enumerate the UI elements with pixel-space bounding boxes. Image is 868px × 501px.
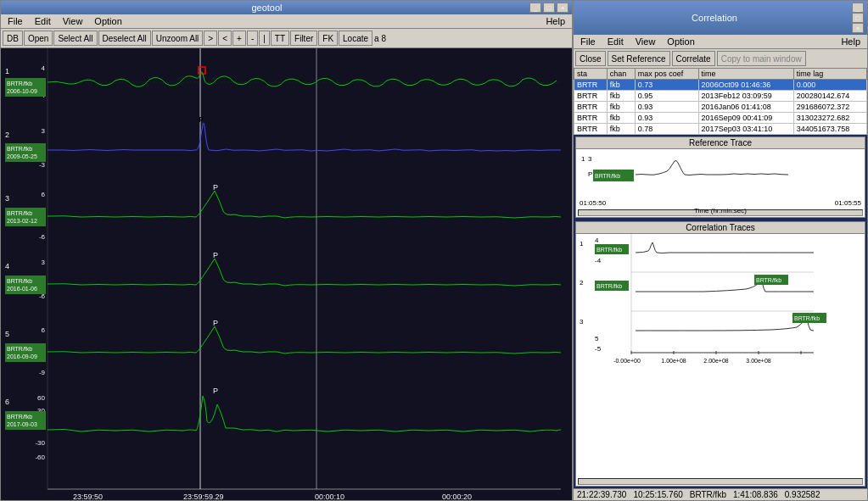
table-row[interactable]: BRTR fkb 0.93 2016Jan06 01:41:08 2916860… [574,102,867,113]
cell-coef: 0.95 [635,91,698,102]
select-all-button[interactable]: Select All [53,31,97,46]
svg-text:BRTR/fkb: BRTR/fkb [596,247,622,253]
svg-text:-60: -60 [35,454,45,461]
svg-text:2.00e+08: 2.00e+08 [703,358,728,364]
copy-to-main-button[interactable]: Copy to main window [717,51,806,66]
svg-text:2016-09-09: 2016-09-09 [7,353,37,359]
svg-text:BRTR/fkb: BRTR/fkb [7,414,32,420]
svg-text:BRTR/fkb: BRTR/fkb [7,210,32,216]
svg-text:BRTR/fkb: BRTR/fkb [7,278,32,284]
corr-menu-file[interactable]: File [575,36,601,47]
correlation-window: Correlation _ □ × File Edit View Option … [573,0,868,501]
db-button[interactable]: DB [3,31,23,46]
menu-option[interactable]: Option [89,15,126,27]
corr-menu-view[interactable]: View [630,36,661,47]
cell-lag: 291686072.372 [793,102,866,113]
svg-text:BRTR/fkb: BRTR/fkb [596,283,622,289]
menu-view[interactable]: View [58,15,88,27]
unzoom-all-button[interactable]: Unzoom All [152,31,204,46]
table-row[interactable]: BRTR fkb 0.93 2016Sep09 00:41:09 3130232… [574,113,867,124]
geotool-toolbar: DB Open Select All Deselect All Unzoom A… [1,29,572,48]
cell-sta: BRTR [574,102,608,113]
corr-minimize-button[interactable]: _ [852,3,864,13]
cell-sta: BRTR [574,80,608,91]
svg-text:3: 3 [42,259,46,266]
maximize-button[interactable]: □ [543,3,555,13]
cell-chan: fkb [607,124,635,135]
cell-lag: 0.000 [793,80,866,91]
geotool-titlebar: geotool _ □ × [1,1,572,14]
svg-text:2017-09-03: 2017-09-03 [7,421,37,427]
status-station: BRTR/fkb [690,490,726,499]
corr-close-button[interactable]: × [852,23,864,33]
svg-text:23:59:59.29: 23:59:59.29 [183,493,224,500]
svg-text:3: 3 [42,127,46,135]
svg-text:6: 6 [5,398,9,406]
svg-text:1.00e+08: 1.00e+08 [661,358,686,364]
svg-text:-30: -30 [35,439,45,447]
correlate-button[interactable]: Correlate [672,51,715,66]
svg-text:-4: -4 [595,257,602,264]
corr-menu-option[interactable]: Option [662,36,699,47]
corr-menu-help[interactable]: Help [836,36,865,47]
svg-text:1: 1 [580,240,584,248]
cell-chan: fkb [607,91,635,102]
menu-edit[interactable]: Edit [30,15,56,27]
col-chan: chan [607,69,635,80]
separator-button[interactable]: | [259,31,270,46]
col-coef: max pos coef [635,69,698,80]
cell-lag: 200280142.674 [793,91,866,102]
zoom-in-button[interactable]: + [232,31,246,46]
correlation-traces-panel: Correlation Traces 1 4 BRTR/fkb -4 2 [575,221,865,487]
open-button[interactable]: Open [24,31,53,46]
cell-sta: BRTR [574,124,608,135]
menu-file[interactable]: File [3,15,28,27]
svg-text:BRTR/fkb: BRTR/fkb [595,173,620,179]
locate-button[interactable]: Locate [339,31,372,46]
svg-text:1: 1 [581,155,585,163]
svg-text:3: 3 [580,318,584,326]
status-time1: 21:22:39.730 [577,490,626,499]
menu-help[interactable]: Help [540,15,570,27]
close-button[interactable]: Close [575,51,606,66]
svg-text:00:00:20: 00:00:20 [442,493,472,500]
svg-text:P: P [588,170,592,178]
table-row[interactable]: BRTR fkb 0.95 2013Feb12 03:09:59 2002801… [574,91,867,102]
minimize-button[interactable]: _ [529,3,541,13]
filter-button[interactable]: Filter [290,31,317,46]
cell-chan: fkb [607,102,635,113]
corr-maximize-button[interactable]: □ [852,13,864,23]
svg-text:3: 3 [5,194,9,203]
svg-text:4: 4 [595,237,599,244]
svg-text:-3: -3 [39,161,46,169]
cell-sta: BRTR [574,91,608,102]
svg-text:BRTR/fkb: BRTR/fkb [7,346,32,352]
set-reference-button[interactable]: Set Reference [608,51,670,66]
tt-button[interactable]: TT [271,31,289,46]
svg-text:2013-02-12: 2013-02-12 [7,218,37,224]
ref-time-start: 01:05:50 [580,199,606,207]
svg-text:5: 5 [595,335,599,342]
corr-traces-svg: 1 4 BRTR/fkb -4 2 BRTR/fkb BRTR/fkb [576,234,865,477]
annotation-label: a 8 [373,34,387,43]
ref-trace-svg: 3 P BRTR/fkb 1 [578,151,863,198]
ref-trace-inner: 3 P BRTR/fkb 1 01:05:50 01:05:55 Time (h… [576,149,865,209]
svg-text:3: 3 [588,155,592,163]
col-sta: sta [574,69,608,80]
corr-scrollbar[interactable] [578,478,863,485]
table-row[interactable]: BRTR fkb 0.73 2006Oct09 01:46:36 0.000 [574,80,867,91]
svg-text:60: 60 [37,394,45,402]
corr-menu-edit[interactable]: Edit [602,36,629,47]
nav-forward-button[interactable]: > [204,31,217,46]
table-row[interactable]: BRTR fkb 0.78 2017Sep03 03:41:10 3440516… [574,124,867,135]
deselect-all-button[interactable]: Deselect All [98,31,151,46]
zoom-out-button[interactable]: - [247,31,258,46]
correlation-title: Correlation [577,13,852,23]
correlation-status-bar: 21:22:39.730 10:25:15.760 BRTR/fkb 1:41:… [574,488,867,500]
status-extra: 1:41:08.836 [733,490,778,499]
close-button[interactable]: × [557,3,568,13]
svg-text:-5: -5 [595,345,602,353]
svg-text:P: P [213,387,218,395]
fk-button[interactable]: FK [318,31,338,46]
nav-back-button[interactable]: < [218,31,232,46]
